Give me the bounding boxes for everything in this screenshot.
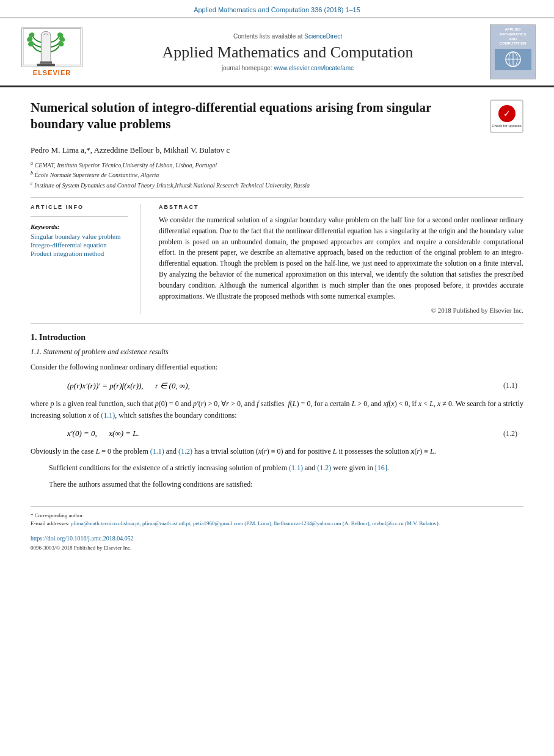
check-updates-badge: ✓ Check for updates	[490, 100, 523, 133]
contents-line: Contents lists available at ScienceDirec…	[98, 33, 478, 40]
equation-2-number: (1.2)	[503, 429, 517, 438]
affiliation-a: a CEMAT, Instituto Superior Técnico,Univ…	[31, 160, 523, 170]
ref-1-1c[interactable]: (1.1)	[289, 463, 303, 472]
footnote-corresponding: * Corresponding author.	[31, 512, 523, 520]
article-title: Numerical solution of integro-differenti…	[31, 100, 478, 133]
doi-line: https://doi.org/10.1016/j.amc.2018.04.05…	[31, 533, 523, 543]
check-updates-label: Check for updates	[492, 124, 522, 128]
equation-1: (p(r)x′(r))′ = p(r)f(x(r)), r ∈ (0, ∞), …	[67, 381, 523, 391]
intro-para-4: Sufficient conditions for the existence …	[31, 462, 523, 474]
top-bar: Applied Mathematics and Computation 336 …	[0, 0, 554, 18]
doi-link[interactable]: https://doi.org/10.1016/j.amc.2018.04.05…	[31, 535, 134, 542]
introduction-section: 1. Introduction 1.1. Statement of proble…	[31, 333, 523, 490]
main-content: Numerical solution of integro-differenti…	[0, 87, 554, 563]
journal-ref-link[interactable]: Applied Mathematics and Computation 336 …	[194, 6, 360, 13]
journal-title: Applied Mathematics and Computation	[98, 43, 478, 62]
journal-center: Contents lists available at ScienceDirec…	[86, 33, 490, 71]
article-info-label: ARTICLE INFO	[31, 204, 128, 210]
article-info: ARTICLE INFO Keywords: Singular boundary…	[31, 204, 140, 314]
info-abstract-section: ARTICLE INFO Keywords: Singular boundary…	[31, 204, 523, 314]
intro-para-1: Consider the following nonlinear ordinar…	[31, 362, 523, 373]
affiliation-c: c Institute of System Dynamics and Contr…	[31, 180, 523, 190]
copyright-line: © 2018 Published by Elsevier Inc.	[159, 307, 523, 314]
footnote-emails: E-mail addresses: plima@math.tecnico.uli…	[31, 520, 523, 528]
homepage-label: journal homepage:	[222, 65, 272, 71]
subsection-title-text: Statement of problem and existence resul…	[43, 347, 169, 356]
homepage-line: journal homepage: www.elsevier.com/locat…	[98, 65, 478, 71]
elsevier-logo: ELSEVIER	[18, 27, 86, 76]
divider-info	[31, 216, 128, 217]
keyword-1[interactable]: Singular boundary value problem	[31, 233, 128, 240]
keywords-label: Keywords:	[31, 223, 128, 230]
subsection-number: 1.1.	[31, 347, 42, 356]
ref-1-2b[interactable]: (1.2)	[317, 463, 331, 472]
equation-2-content: x′(0) = 0, x(∞) = L.	[67, 429, 139, 438]
intro-para-2: where p is a given real function, such t…	[31, 398, 523, 421]
svg-rect-9	[37, 64, 55, 66]
author-names: Pedro M. Lima a,*, Azzeddine Bellour b, …	[31, 145, 230, 154]
email-label: E-mail addresses:	[31, 520, 70, 526]
divider-1	[31, 197, 523, 198]
journal-cover: APPLIED MATHEMATICS AND COMPUTATION	[490, 24, 536, 79]
keyword-3[interactable]: Product integration method	[31, 250, 128, 257]
abstract-label: ABSTRACT	[159, 204, 523, 210]
divider-2	[31, 323, 523, 324]
svg-rect-8	[40, 62, 52, 64]
equation-1-number: (1.1)	[503, 381, 517, 390]
equation-2: x′(0) = 0, x(∞) = L. (1.2)	[67, 429, 523, 438]
sciencedirect-link[interactable]: ScienceDirect	[304, 33, 342, 40]
affiliations: a CEMAT, Instituto Superior Técnico,Univ…	[31, 160, 523, 190]
intro-para-3: Obviously in the case L = 0 the problem …	[31, 446, 523, 457]
check-icon: ✓	[498, 105, 516, 122]
ref-16[interactable]: [16]	[375, 463, 387, 472]
keyword-2[interactable]: Integro-differential equation	[31, 241, 128, 249]
cover-text: APPLIED MATHEMATICS AND COMPUTATION	[495, 27, 531, 72]
intro-para-5: There the authors assumed that the follo…	[31, 479, 523, 490]
contents-label: Contents lists available at	[233, 33, 302, 40]
section-title: 1. Introduction	[31, 333, 523, 343]
elsevier-logo-image	[21, 27, 82, 67]
affiliation-b: b École Normale Superieure de Constantin…	[31, 170, 523, 180]
section-title-text: Introduction	[39, 333, 86, 342]
ref-1-1b[interactable]: (1.1)	[150, 447, 164, 456]
corresponding-label: * Corresponding author.	[31, 512, 84, 518]
article-title-section: Numerical solution of integro-differenti…	[31, 100, 523, 138]
abstract-text: We consider the numerical solution of a …	[159, 215, 523, 302]
footnote-area: * Corresponding author. E-mail addresses…	[31, 506, 523, 551]
homepage-link[interactable]: www.elsevier.com/locate/amc	[274, 65, 354, 71]
subsection-title: 1.1. Statement of problem and existence …	[31, 347, 523, 357]
elsevier-brand-label: ELSEVIER	[33, 69, 71, 76]
authors-line: Pedro M. Lima a,*, Azzeddine Bellour b, …	[31, 145, 523, 155]
journal-header: ELSEVIER Contents lists available at Sci…	[0, 18, 554, 87]
email-addresses[interactable]: plima@math.tecnico.ulisboa.pt, plima@mat…	[71, 520, 440, 526]
abstract-section: ABSTRACT We consider the numerical solut…	[159, 204, 523, 314]
ref-1-2[interactable]: (1.2)	[178, 447, 192, 456]
ref-1-1[interactable]: (1.1)	[101, 411, 115, 420]
issn-line: 0096-3003/© 2018 Published by Elsevier I…	[31, 545, 523, 551]
equation-1-content: (p(r)x′(r))′ = p(r)f(x(r)), r ∈ (0, ∞),	[67, 381, 190, 391]
section-number: 1.	[31, 333, 37, 342]
